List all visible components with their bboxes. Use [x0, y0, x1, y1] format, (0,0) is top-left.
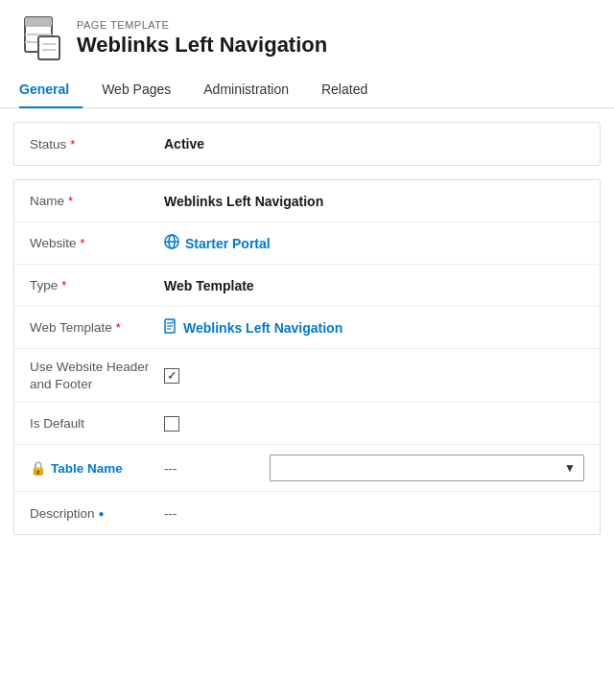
page-template-icon	[19, 15, 65, 61]
type-required-star: *	[61, 278, 66, 292]
checkmark-icon: ✓	[167, 370, 177, 382]
table-name-label-group: 🔒 Table Name	[30, 460, 164, 476]
website-field-row: Website * Starter Portal	[14, 222, 600, 265]
table-name-row: 🔒 Table Name --- ▼	[14, 445, 600, 492]
svg-rect-1	[25, 17, 52, 27]
tab-general[interactable]: General	[19, 74, 83, 108]
type-label: Type *	[30, 278, 164, 292]
status-value: Active	[164, 136, 584, 152]
use-website-header-footer-row: Use Website Header and Footer ✓	[14, 349, 600, 403]
header-title: Weblinks Left Navigation	[77, 33, 327, 58]
status-required-star: *	[70, 137, 75, 152]
status-section: Status * Active	[13, 122, 601, 166]
website-label: Website *	[30, 236, 164, 250]
web-template-label: Web Template *	[30, 320, 164, 335]
tab-related[interactable]: Related	[321, 74, 381, 108]
use-website-header-footer-checkbox[interactable]: ✓	[164, 368, 179, 384]
description-value: ---	[164, 506, 177, 521]
table-name-dash: ---	[164, 461, 260, 476]
website-required-star: *	[81, 236, 85, 250]
description-label: Description ●	[30, 506, 164, 521]
header-text-group: PAGE TEMPLATE Weblinks Left Navigation	[77, 19, 327, 58]
type-value: Web Template	[164, 278, 584, 293]
is-default-label: Is Default	[30, 416, 164, 431]
globe-icon	[164, 234, 179, 252]
type-field-row: Type * Web Template	[14, 265, 600, 307]
page-header: PAGE TEMPLATE Weblinks Left Navigation	[0, 0, 614, 73]
web-template-field-row: Web Template * Weblinks Left Navigation	[14, 307, 600, 349]
website-value[interactable]: Starter Portal	[164, 234, 584, 252]
status-label: Status *	[30, 137, 164, 152]
name-label: Name *	[30, 194, 164, 208]
tab-administration[interactable]: Administration	[203, 74, 302, 108]
name-required-star: *	[68, 194, 73, 208]
web-template-required-star: *	[116, 320, 121, 335]
svg-rect-4	[38, 36, 59, 59]
description-row: Description ● ---	[14, 492, 600, 534]
name-field-row: Name * Weblinks Left Navigation	[14, 180, 600, 222]
description-required-star: ●	[99, 508, 105, 519]
is-default-row: Is Default	[14, 403, 600, 445]
dropdown-arrow-icon: ▼	[564, 461, 576, 475]
header-label: PAGE TEMPLATE	[77, 19, 327, 31]
web-template-value[interactable]: Weblinks Left Navigation	[164, 318, 584, 337]
table-name-dropdown[interactable]: ▼	[270, 455, 584, 481]
name-value: Weblinks Left Navigation	[164, 194, 584, 209]
status-field-row: Status * Active	[14, 123, 600, 165]
use-website-header-footer-label: Use Website Header and Footer	[30, 359, 164, 392]
main-fields-section: Name * Weblinks Left Navigation Website …	[13, 179, 601, 535]
is-default-checkbox[interactable]	[164, 416, 179, 432]
use-website-header-footer-value: ✓	[164, 368, 584, 384]
table-name-label-text: Table Name	[51, 461, 123, 476]
is-default-value	[164, 416, 584, 432]
tab-bar: General Web Pages Administration Related	[0, 73, 614, 108]
tab-web-pages[interactable]: Web Pages	[102, 74, 184, 108]
lock-icon: 🔒	[30, 460, 46, 476]
doc-icon	[164, 318, 177, 337]
